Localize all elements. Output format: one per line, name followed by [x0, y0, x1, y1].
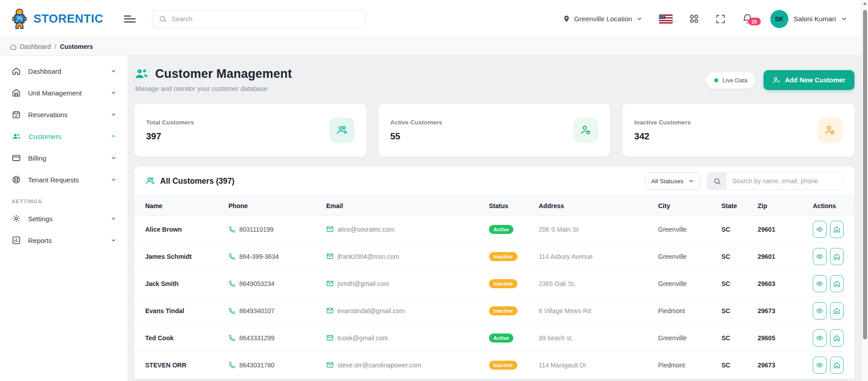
global-search: [152, 10, 365, 28]
sidebar-item-reports[interactable]: Reports: [0, 229, 128, 251]
sidebar-item-unit-management[interactable]: Unit Management: [0, 82, 128, 104]
table-row: Jack Smith8649053234jsmith@gmail.comInac…: [134, 270, 854, 297]
view-customer-button[interactable]: [813, 357, 827, 374]
fullscreen-button[interactable]: [716, 14, 726, 24]
fullscreen-icon: [716, 14, 726, 24]
breadcrumb-dashboard-link[interactable]: Dashboard: [10, 43, 51, 50]
location-selector[interactable]: Greenville Location: [563, 15, 642, 23]
customer-status-cell: Active: [489, 225, 539, 234]
brand-logo[interactable]: STORENTIC: [10, 9, 103, 29]
user-plus-icon: [773, 76, 781, 84]
customer-phone: 8031110199: [228, 226, 326, 233]
sidebar-item-reservations[interactable]: Reservations: [0, 104, 128, 125]
customer-units-button[interactable]: [830, 302, 844, 319]
search-icon: [707, 173, 726, 189]
row-actions: [813, 248, 844, 265]
stat-value: 342: [634, 131, 691, 142]
customer-units-button[interactable]: [830, 329, 844, 347]
user-avatar[interactable]: SK: [770, 10, 788, 28]
breadcrumb-separator: /: [55, 43, 57, 50]
page-scrollbar[interactable]: [861, 0, 868, 381]
view-customer-button[interactable]: [813, 302, 827, 319]
customer-units-button[interactable]: [830, 221, 844, 238]
customer-units-button[interactable]: [830, 248, 844, 265]
stat-card-active-customers: Active Customers 55: [379, 104, 611, 157]
customer-city: Greenville: [658, 253, 721, 260]
mail-icon: [326, 225, 334, 233]
phone-icon: [228, 280, 236, 287]
sidebar-item-customers[interactable]: Customers: [0, 125, 128, 147]
customer-city: Greenville: [658, 334, 721, 342]
notifications-button[interactable]: 20: [742, 13, 753, 24]
mail-icon: [326, 307, 334, 314]
menu-toggle-button[interactable]: [124, 14, 136, 24]
stat-value: 55: [390, 131, 442, 142]
row-actions: [813, 302, 844, 319]
mail-icon: [326, 252, 334, 260]
app-window: STORENTIC Greenville Location 20: [0, 0, 868, 381]
scroll-up-arrow[interactable]: [863, 2, 867, 5]
phone-icon: [228, 226, 236, 233]
eye-icon: [816, 307, 823, 314]
view-customer-button[interactable]: [813, 329, 827, 347]
sidebar-item-settings[interactable]: Settings: [0, 208, 128, 229]
customer-state: SC: [721, 253, 758, 260]
column-header-zip: Zip: [758, 202, 813, 210]
customer-state: SC: [721, 226, 758, 233]
sidebar-item-tenant-requests[interactable]: Tenant Requests: [0, 169, 128, 190]
building-icon: [12, 88, 21, 97]
customer-zip: 29601: [758, 253, 813, 260]
table-row: Evans Tindal8649340107evanstindal@gmail.…: [134, 297, 854, 324]
phone-icon: [228, 334, 236, 342]
mail-icon: [326, 280, 334, 287]
add-new-customer-button[interactable]: Add New Customer: [764, 70, 854, 90]
view-customer-button[interactable]: [813, 248, 827, 265]
brand-name: STORENTIC: [33, 12, 103, 26]
credit-card-icon: [12, 153, 21, 162]
apps-grid-button[interactable]: [689, 14, 699, 24]
customer-status-cell: Inactive: [489, 306, 539, 315]
chevron-down-icon: [636, 15, 643, 22]
customer-units-button[interactable]: [830, 357, 844, 374]
language-flag-us[interactable]: [659, 14, 673, 24]
phone-icon: [228, 253, 236, 260]
status-filter-select[interactable]: All Statuses: [645, 172, 701, 190]
phone-icon: [228, 362, 236, 369]
sidebar-item-dashboard[interactable]: Dashboard: [0, 60, 128, 82]
live-data-badge: Live Data: [706, 72, 755, 89]
calendar-check-icon: [12, 110, 21, 119]
customer-units-button[interactable]: [830, 275, 844, 292]
scrollbar-thumb[interactable]: [863, 10, 867, 339]
customer-city: Piedmont: [658, 307, 721, 314]
search-icon: [159, 15, 167, 23]
view-customer-button[interactable]: [813, 221, 827, 238]
breadcrumb-current: Customers: [60, 43, 93, 50]
customer-email: tcook@gmail.com: [326, 334, 489, 342]
customer-address: 8 Village Mews Rd: [539, 307, 658, 314]
home-icon: [10, 43, 17, 50]
eye-icon: [816, 226, 823, 233]
table-search-input[interactable]: [726, 173, 843, 189]
user-menu-button[interactable]: [840, 15, 848, 23]
sidebar-item-billing[interactable]: Billing: [0, 147, 128, 169]
sidebar: Dashboard Unit Management Reservations C…: [0, 56, 128, 381]
customer-zip: 29605: [758, 334, 813, 342]
column-header-state: State: [721, 202, 758, 210]
page-subtitle: Manage and monitor your customer databas…: [134, 85, 292, 92]
notification-count-badge: 20: [748, 18, 761, 25]
column-header-city: City: [658, 202, 721, 210]
global-search-input[interactable]: [171, 15, 359, 23]
customer-zip: 29673: [758, 307, 813, 314]
home-icon: [833, 280, 840, 287]
stats-row: Total Customers 397 Active Customers 55 …: [134, 104, 854, 157]
status-badge: Inactive: [489, 361, 517, 370]
customer-address: 99 beach st.: [539, 334, 658, 342]
stat-card-total-customers: Total Customers 397: [134, 104, 366, 157]
customer-status-cell: Inactive: [489, 279, 539, 288]
customer-state: SC: [721, 334, 758, 342]
chevron-down-icon: [110, 68, 117, 74]
customer-zip: 29601: [758, 226, 813, 233]
home-icon: [12, 67, 21, 76]
view-customer-button[interactable]: [813, 275, 827, 292]
robot-logo-icon: [10, 9, 29, 29]
